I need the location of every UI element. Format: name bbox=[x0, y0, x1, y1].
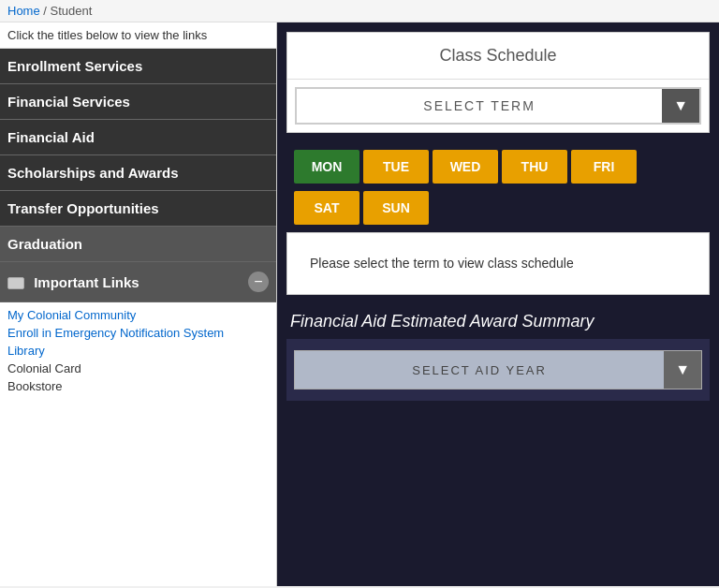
important-links-header[interactable]: Important Links − bbox=[0, 262, 276, 302]
day-button-sat[interactable]: SAT bbox=[294, 191, 360, 225]
link-library[interactable]: Library bbox=[7, 342, 269, 360]
sidebar-item-graduation[interactable]: Graduation bbox=[0, 227, 276, 262]
select-term-dropdown-arrow[interactable]: ▼ bbox=[662, 89, 699, 123]
sidebar-item-financial-services[interactable]: Financial Services bbox=[0, 84, 276, 120]
select-term-input[interactable]: SELECT TERM bbox=[297, 91, 662, 121]
link-bookstore[interactable]: Bookstore bbox=[7, 377, 269, 395]
select-term-row[interactable]: SELECT TERM ▼ bbox=[295, 87, 701, 125]
breadcrumb: Home / Student bbox=[0, 0, 719, 22]
class-schedule-widget: Class Schedule SELECT TERM ▼ bbox=[286, 32, 710, 133]
financial-aid-bg: SELECT AID YEAR ▼ bbox=[286, 339, 710, 401]
financial-aid-title: Financial Aid Estimated Award Summary bbox=[286, 304, 710, 339]
link-enroll-emergency[interactable]: Enroll in Emergency Notification System bbox=[7, 324, 269, 342]
class-schedule-title: Class Schedule bbox=[287, 33, 709, 80]
sidebar-item-financial-aid[interactable]: Financial Aid bbox=[0, 120, 276, 155]
breadcrumb-current: Student bbox=[51, 4, 93, 18]
days-grid-row2: SAT SUN bbox=[286, 191, 710, 232]
schedule-message-box: Please select the term to view class sch… bbox=[286, 232, 710, 295]
sidebar-hint: Click the titles below to view the links bbox=[0, 22, 276, 49]
select-aid-row[interactable]: SELECT AID YEAR ▼ bbox=[294, 350, 702, 390]
day-button-sun[interactable]: SUN bbox=[363, 191, 429, 225]
schedule-message: Please select the term to view class sch… bbox=[295, 241, 701, 287]
important-links-list: My Colonial Community Enroll in Emergenc… bbox=[0, 302, 276, 399]
monitor-icon bbox=[7, 277, 24, 289]
link-colonial-card[interactable]: Colonial Card bbox=[7, 360, 269, 377]
sidebar: Click the titles below to view the links… bbox=[0, 22, 277, 586]
link-my-colonial-community[interactable]: My Colonial Community bbox=[7, 306, 269, 324]
select-aid-input[interactable]: SELECT AID YEAR bbox=[295, 354, 664, 387]
main-content: Class Schedule SELECT TERM ▼ MON TUE WED… bbox=[277, 22, 719, 586]
day-button-wed[interactable]: WED bbox=[433, 150, 498, 184]
day-button-tue[interactable]: TUE bbox=[363, 150, 429, 184]
sidebar-item-enrollment-services[interactable]: Enrollment Services bbox=[0, 49, 276, 84]
day-button-mon[interactable]: MON bbox=[294, 150, 360, 184]
breadcrumb-home[interactable]: Home bbox=[7, 4, 40, 18]
sidebar-item-scholarships-awards[interactable]: Scholarships and Awards bbox=[0, 155, 276, 191]
sidebar-item-transfer-opportunities[interactable]: Transfer Opportunities bbox=[0, 191, 276, 227]
select-aid-dropdown-arrow[interactable]: ▼ bbox=[664, 351, 701, 389]
days-grid: MON TUE WED THU FRI bbox=[286, 142, 710, 191]
day-button-thu[interactable]: THU bbox=[502, 150, 567, 184]
day-button-fri[interactable]: FRI bbox=[571, 150, 637, 184]
important-links-label: Important Links bbox=[34, 274, 139, 290]
financial-aid-section: Financial Aid Estimated Award Summary SE… bbox=[286, 304, 710, 401]
collapse-important-links-button[interactable]: − bbox=[248, 272, 269, 292]
